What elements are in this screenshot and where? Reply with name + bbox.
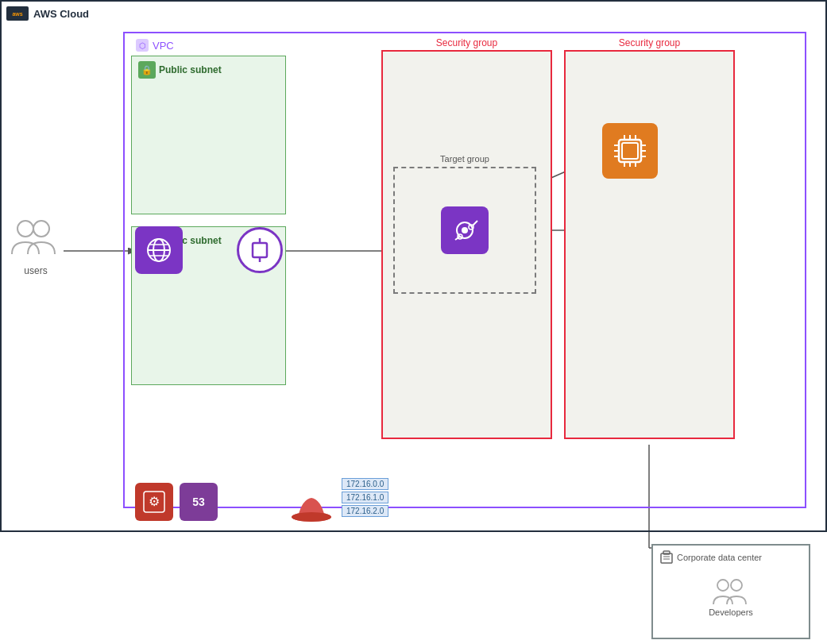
svg-point-43 bbox=[292, 512, 331, 522]
globe-svg bbox=[143, 234, 175, 266]
target-svg bbox=[449, 214, 481, 246]
corporate-dc-box: Corporate data center Developers bbox=[651, 544, 810, 639]
svg-rect-44 bbox=[661, 553, 672, 563]
aws-cloud-label: AWS Cloud bbox=[33, 8, 89, 20]
route53-label: 53 bbox=[192, 496, 205, 508]
security-group-1-label: Security group bbox=[436, 37, 497, 48]
ec2-chip-icon bbox=[602, 123, 658, 179]
ip-tag-2: 172.16.2.0 bbox=[342, 505, 388, 517]
svg-rect-45 bbox=[663, 551, 670, 554]
security-group-2: Security group bbox=[564, 50, 735, 439]
aws-logo-icon: aws bbox=[6, 6, 29, 21]
developers-icon bbox=[711, 576, 751, 607]
route53-icon: 53 bbox=[180, 483, 218, 521]
firewall-icon: ⚙ bbox=[135, 483, 173, 521]
hat-svg bbox=[290, 492, 334, 523]
network-globe-icon bbox=[135, 226, 183, 274]
subnet-1-icon: 🔒 bbox=[138, 61, 156, 79]
subnet-1-label: 🔒 Public subnet bbox=[132, 56, 285, 83]
ip-tag-1: 172.16.1.0 bbox=[342, 492, 388, 503]
target-group-label: Target group bbox=[440, 154, 489, 164]
ip-addresses-group: 172.16.0.0 172.16.1.0 172.16.2.0 bbox=[342, 478, 388, 517]
security-group-2-label: Security group bbox=[619, 37, 680, 48]
svg-text:⬡: ⬡ bbox=[139, 41, 146, 50]
svg-point-10 bbox=[17, 221, 33, 237]
vpc-label: ⬡ VPC bbox=[135, 38, 174, 52]
ip-tag-0: 172.16.0.0 bbox=[342, 478, 388, 490]
gateway-svg bbox=[246, 237, 273, 264]
corp-dc-icon bbox=[659, 550, 674, 565]
hat-icon bbox=[290, 492, 334, 526]
vpc-icon: ⬡ bbox=[135, 38, 149, 52]
users-icon bbox=[8, 214, 64, 262]
public-subnet-1: 🔒 Public subnet bbox=[131, 56, 286, 214]
chip-svg bbox=[611, 132, 649, 170]
bottom-icons-group: ⚙ 53 bbox=[135, 483, 218, 521]
svg-text:⚙: ⚙ bbox=[149, 495, 160, 508]
users-group: users bbox=[0, 214, 71, 276]
developers-label: Developers bbox=[709, 607, 753, 617]
svg-point-11 bbox=[33, 221, 49, 237]
target-group-icon bbox=[441, 206, 489, 254]
svg-point-21 bbox=[462, 227, 468, 233]
gateway-icon bbox=[237, 227, 283, 273]
users-label: users bbox=[24, 265, 47, 276]
svg-point-48 bbox=[717, 580, 728, 591]
aws-header: aws AWS Cloud bbox=[6, 6, 89, 21]
firewall-svg: ⚙ bbox=[142, 490, 166, 514]
corp-dc-label: Corporate data center bbox=[677, 553, 762, 562]
target-group-box: Target group bbox=[393, 167, 536, 294]
svg-line-22 bbox=[473, 221, 477, 226]
svg-rect-27 bbox=[622, 143, 638, 159]
svg-rect-17 bbox=[253, 243, 267, 257]
svg-point-49 bbox=[731, 580, 742, 591]
